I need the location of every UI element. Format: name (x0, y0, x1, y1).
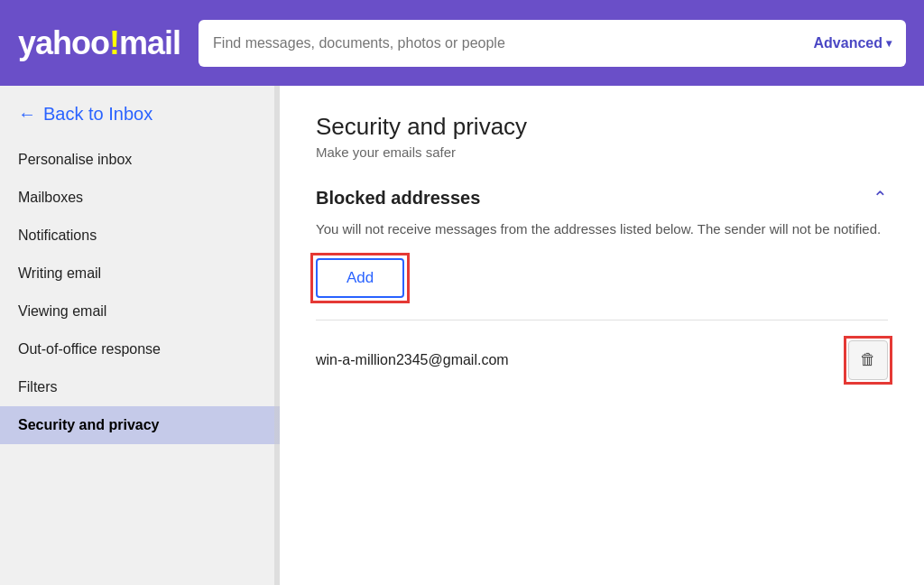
sidebar-item-mailboxes[interactable]: Mailboxes (0, 179, 280, 217)
content-area: Security and privacy Make your emails sa… (280, 86, 924, 585)
blocked-address-row: win-a-million2345@gmail.com 🗑 (316, 328, 888, 393)
search-bar[interactable]: Advanced ▾ (199, 20, 906, 67)
section-description: You will not receive messages from the a… (316, 219, 888, 240)
sidebar-item-filters[interactable]: Filters (0, 368, 280, 406)
advanced-button[interactable]: Advanced ▾ (814, 35, 892, 51)
collapse-section-button[interactable]: ⌃ (873, 187, 888, 209)
yahoo-mail-logo: yahoo!mail (18, 24, 180, 62)
page-title: Security and privacy (316, 113, 888, 141)
advanced-label: Advanced (814, 35, 882, 51)
chevron-down-icon: ▾ (886, 37, 892, 50)
sidebar-item-notifications[interactable]: Notifications (0, 217, 280, 255)
delete-button-wrapper: 🗑 (848, 340, 888, 380)
sidebar-nav: Personalise inbox Mailboxes Notification… (0, 141, 280, 444)
sidebar-item-outofoffice[interactable]: Out-of-office response (0, 330, 280, 368)
add-blocked-address-button[interactable]: Add (316, 258, 404, 298)
exclaim-icon: ! (109, 24, 119, 61)
section-header: Blocked addresses ⌃ (316, 187, 888, 209)
add-button-wrapper: Add (316, 258, 404, 298)
delete-blocked-address-button[interactable]: 🗑 (848, 340, 888, 380)
sidebar-item-writing[interactable]: Writing email (0, 255, 280, 292)
sidebar-item-personalise[interactable]: Personalise inbox (0, 141, 280, 179)
sidebar: ← Back to Inbox Personalise inbox Mailbo… (0, 86, 280, 585)
search-input[interactable] (213, 35, 804, 51)
section-title: Blocked addresses (316, 188, 480, 209)
header: yahoo!mail Advanced ▾ (0, 0, 924, 86)
blocked-email-address: win-a-million2345@gmail.com (316, 352, 509, 368)
sidebar-item-viewing[interactable]: Viewing email (0, 292, 280, 330)
trash-icon: 🗑 (860, 350, 876, 369)
main-layout: ← Back to Inbox Personalise inbox Mailbo… (0, 86, 924, 585)
chevron-up-icon: ⌃ (873, 188, 888, 208)
back-to-inbox-label: Back to Inbox (43, 104, 152, 125)
sidebar-item-security[interactable]: Security and privacy (0, 406, 280, 444)
divider (316, 320, 888, 320)
page-subtitle: Make your emails safer (316, 144, 888, 160)
back-to-inbox-link[interactable]: ← Back to Inbox (0, 86, 280, 141)
back-arrow-icon: ← (18, 104, 36, 125)
